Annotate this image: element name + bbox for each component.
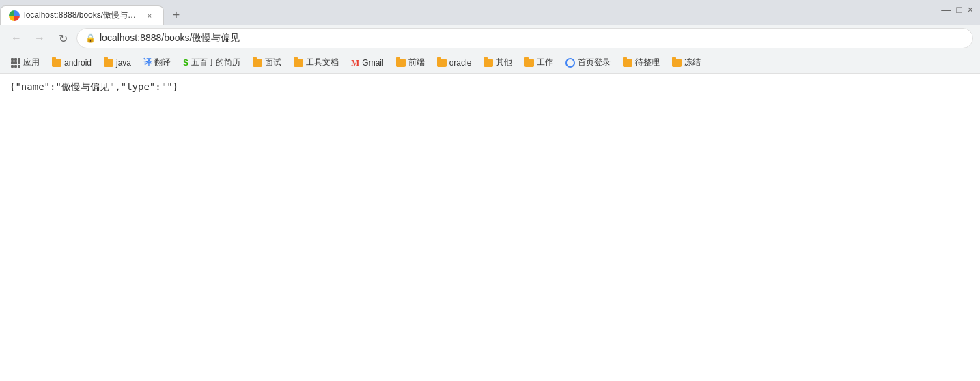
- bookmark-label: 前端: [408, 57, 425, 68]
- bookmark-mianshi[interactable]: 面试: [247, 55, 287, 70]
- folder-icon: [52, 59, 61, 67]
- json-content: {"name":"傲慢与偏见","type":""}: [10, 81, 178, 92]
- tab-bar-wrapper: localhost:8888/books/傲慢与偏... × + — □ ×: [0, 0, 980, 25]
- bookmark-pending[interactable]: 待整理: [617, 55, 665, 70]
- window-maximize-button[interactable]: □: [956, 4, 962, 15]
- tab-title: localhost:8888/books/傲慢与偏...: [24, 10, 140, 21]
- bookmark-label: oracle: [449, 58, 472, 68]
- tab-favicon-icon: [9, 10, 20, 21]
- back-button[interactable]: ←: [7, 29, 26, 48]
- new-tab-button[interactable]: +: [167, 5, 186, 25]
- folder-icon: [484, 59, 493, 67]
- page-content: {"name":"傲慢与偏见","type":""}: [0, 74, 980, 361]
- bookmark-label: 其他: [496, 57, 512, 68]
- tab-bar: localhost:8888/books/傲慢与偏... × +: [0, 0, 980, 25]
- gmail-icon: M: [351, 57, 359, 68]
- bookmark-other[interactable]: 其他: [478, 55, 518, 70]
- bookmark-frozen[interactable]: 冻结: [667, 55, 706, 70]
- apps-icon: [11, 58, 20, 68]
- folder-icon: [396, 59, 406, 67]
- folder-icon: [294, 59, 303, 67]
- url-bar[interactable]: 🔒 localhost:8888/books/傲慢与偏见: [76, 28, 973, 48]
- bookmark-gmail[interactable]: MGmail: [346, 55, 389, 70]
- browser-chrome: localhost:8888/books/傲慢与偏... × + — □ × ←…: [0, 0, 980, 74]
- bookmark-label: 待整理: [635, 57, 660, 68]
- bookmark-label: 工具文档: [306, 57, 339, 68]
- bookmark-oracle[interactable]: oracle: [432, 56, 477, 70]
- bookmark-label: java: [116, 58, 131, 68]
- bookmark-homepage[interactable]: 首页登录: [560, 55, 616, 70]
- folder-icon: [253, 59, 262, 67]
- bookmarks-bar: 应用androidjava译翻译S五百丁的简历面试工具文档MGmail前端ora…: [0, 52, 980, 74]
- lock-icon: 🔒: [85, 33, 96, 43]
- bookmark-label: 面试: [265, 57, 281, 68]
- tab-close-button[interactable]: ×: [144, 10, 155, 21]
- browser-tab[interactable]: localhost:8888/books/傲慢与偏... ×: [0, 5, 164, 25]
- translate-icon: 译: [143, 57, 152, 68]
- bookmark-tools[interactable]: 工具文档: [288, 55, 344, 70]
- bookmark-frontend[interactable]: 前端: [391, 55, 430, 70]
- url-text: localhost:8888/books/傲慢与偏见: [100, 32, 964, 44]
- reload-button[interactable]: ↻: [53, 29, 72, 48]
- bookmark-label: 应用: [23, 57, 40, 68]
- bookmark-label: 五百丁的简历: [191, 57, 240, 68]
- bookmark-label: 首页登录: [578, 57, 611, 68]
- bookmark-label: android: [64, 58, 92, 68]
- folder-icon: [524, 59, 534, 67]
- folder-icon: [437, 59, 447, 67]
- bookmark-translate[interactable]: 译翻译: [138, 55, 176, 70]
- bookmark-label: 冻结: [684, 57, 701, 68]
- address-bar: ← → ↻ 🔒 localhost:8888/books/傲慢与偏见: [0, 25, 980, 52]
- window-controls: — □ ×: [941, 4, 973, 15]
- folder-icon: [623, 59, 632, 67]
- folder-icon: [672, 59, 682, 67]
- bookmark-work[interactable]: 工作: [519, 55, 559, 70]
- window-minimize-button[interactable]: —: [941, 4, 951, 15]
- bookmark-java[interactable]: java: [98, 56, 137, 70]
- bookmark-label: Gmail: [362, 58, 383, 68]
- bookmark-label: 工作: [537, 57, 553, 68]
- wuba-icon: S: [183, 58, 188, 68]
- bookmark-apps[interactable]: 应用: [5, 55, 45, 70]
- folder-icon: [104, 59, 113, 67]
- bookmark-label: 翻译: [154, 57, 171, 68]
- forward-button[interactable]: →: [30, 29, 49, 48]
- bookmark-android[interactable]: android: [46, 56, 97, 70]
- globe-icon: [565, 58, 575, 68]
- window-close-button[interactable]: ×: [968, 4, 973, 15]
- bookmark-wuba[interactable]: S五百丁的简历: [178, 55, 246, 70]
